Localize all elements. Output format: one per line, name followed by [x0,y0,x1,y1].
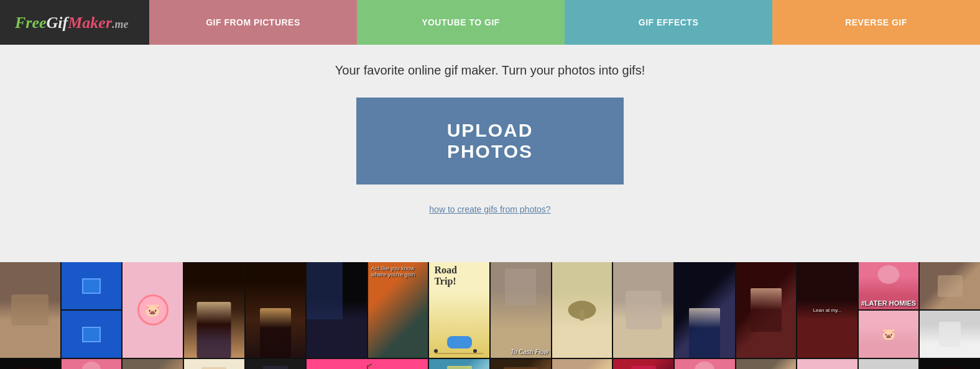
gif-cell-taylor[interactable] [184,262,244,358]
gif-cell-piggy-2[interactable]: 🐷 [859,311,919,358]
logo[interactable]: FreeGifMaker.me [0,0,149,45]
gif-grid: 🐷 Act like you know where you're goin [0,262,980,369]
nav-tabs: GIF FROM PICTURES YOUTUBE TO GIF GIF EFF… [149,0,980,45]
gif-cell-later-homies-1[interactable]: #LATER HOMIES [859,262,919,309]
gif-cell-kid-1[interactable] [184,359,244,369]
gif-cell-cat-white[interactable] [920,311,980,358]
gif-cell-crowd[interactable] [491,359,551,369]
how-to-create-link[interactable]: how to create gifs from photos? [12,204,968,214]
gif-cell-2[interactable] [62,262,122,309]
gif-cell-pink-hair[interactable] [613,359,673,369]
gif-cell-officer[interactable] [246,359,306,369]
upload-photos-button[interactable]: UPLOAD PHOTOS [356,98,624,184]
logo-free: Free [15,14,47,32]
gif-cell-black-kid-2[interactable] [920,359,980,369]
svg-line-3 [368,364,372,367]
gif-cell-road-trip[interactable]: RoadTrip! [429,262,489,358]
gif-cell-dark-scene[interactable] [307,262,367,358]
logo-gif: Gif [47,14,68,32]
gif-cell-stone[interactable] [613,262,673,358]
gif-cell-cat-3[interactable] [122,359,183,369]
gif-cell-conan[interactable] [675,262,735,358]
gif-cell-cat-right-1[interactable] [920,262,980,309]
tab-gif-from-pictures[interactable]: GIF FROM PICTURES [149,0,357,45]
gif-cell-1[interactable] [0,262,60,358]
gif-cell-hair[interactable] [552,359,612,369]
gif-cell-later-homies-2[interactable]: #LATER HOMIES [62,359,122,369]
gif-cell-colorful[interactable]: Act like you know where you're goin [368,262,428,358]
gif-cell-piggy-1[interactable]: 🐷 [122,262,183,358]
gif-cell-black-kid-1[interactable] [0,359,60,369]
logo-maker: Maker [68,14,112,32]
gif-cell-later-homies-3[interactable]: #LATER HO ic [675,359,735,369]
gif-cell-pear[interactable] [307,359,428,369]
logo-me: .me [112,18,129,30]
tab-youtube-to-gif[interactable]: YOUTUBE TO GIF [357,0,565,45]
gif-cell-cat-white-2[interactable] [859,359,919,369]
gif-cell-to-cash-flow[interactable]: To Cash Flow [491,262,551,358]
cash-flow-label: To Cash Flow [511,348,548,355]
header: FreeGifMaker.me GIF FROM PICTURES YOUTUB… [0,0,980,45]
tab-gif-effects[interactable]: GIF EFFECTS [565,0,772,45]
gif-cell-lean[interactable]: Lean at my... [797,262,858,358]
main-content: Your favorite online gif maker. Turn you… [0,45,980,262]
gif-cell-cat-4[interactable] [736,359,797,369]
gif-cell-3[interactable] [62,311,122,358]
gif-cell-girl-red[interactable] [246,262,306,358]
gif-act-text: Act like you know where you're goin [369,263,428,280]
gif-cell-blonde[interactable] [429,359,489,369]
gif-cell-tortoise[interactable] [552,262,612,358]
gif-grid-wrapper: 🐷 Act like you know where you're goin [0,262,980,369]
tab-reverse-gif[interactable]: REVERSE GIF [772,0,980,45]
road-trip-label: RoadTrip! [434,265,456,286]
gif-cell-piggy-3[interactable]: 🐷 [797,359,858,369]
gif-cell-woman1[interactable] [736,262,797,358]
tagline: Your favorite online gif maker. Turn you… [12,63,968,78]
